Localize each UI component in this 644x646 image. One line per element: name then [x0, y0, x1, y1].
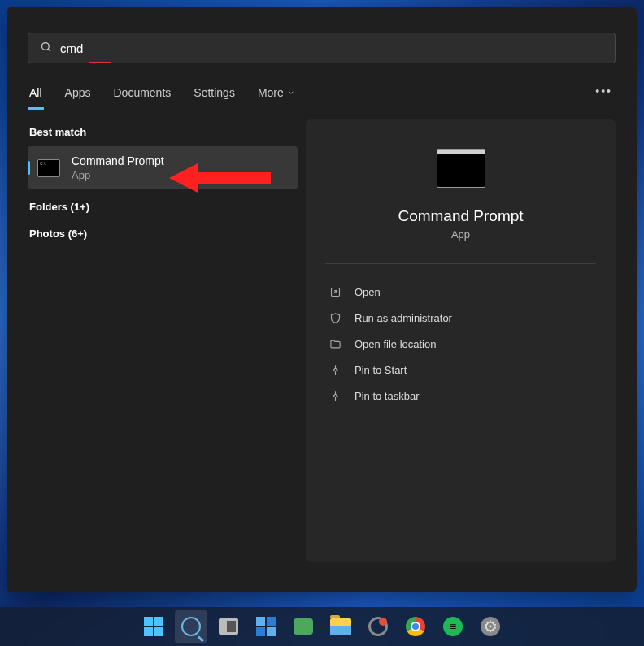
taskview-icon [219, 618, 238, 635]
group-folders[interactable]: Folders (1+) [28, 189, 298, 216]
tab-apps[interactable]: Apps [63, 78, 93, 110]
action-run-admin[interactable]: Run as administrator [325, 305, 596, 331]
svg-line-1 [48, 49, 50, 51]
taskbar-chrome[interactable] [399, 610, 432, 643]
action-pin-start[interactable]: Pin to Start [325, 357, 596, 383]
divider [325, 263, 596, 264]
result-title: Command Prompt [72, 154, 164, 167]
pin-icon [329, 363, 342, 376]
group-photos[interactable]: Photos (6+) [28, 216, 298, 243]
search-panel: All Apps Documents Settings More ••• Bes… [7, 7, 637, 592]
spotify-icon [443, 617, 463, 636]
taskbar-start[interactable] [137, 610, 170, 643]
search-highlight-underline [89, 62, 111, 63]
result-command-prompt[interactable]: Command Prompt App [28, 146, 298, 189]
preview-title: Command Prompt [398, 207, 523, 225]
tab-more-label: More [258, 86, 284, 99]
preview-app-icon [437, 149, 485, 188]
action-pin-taskbar[interactable]: Pin to taskbar [325, 383, 596, 409]
open-icon [329, 285, 342, 298]
taskbar-widgets[interactable] [250, 610, 282, 643]
action-label: Open [355, 286, 381, 298]
action-label: Run as administrator [355, 312, 452, 324]
search-icon [181, 617, 201, 636]
filter-tabs: All Apps Documents Settings More ••• [7, 68, 637, 110]
search-icon [40, 41, 52, 55]
folder-icon [330, 618, 351, 635]
action-open[interactable]: Open [325, 279, 596, 305]
taskbar-settings[interactable] [474, 610, 507, 643]
preview-subtitle: App [451, 228, 470, 241]
widgets-icon [256, 617, 276, 636]
tab-all[interactable]: All [28, 78, 44, 110]
results-list: Best match Command Prompt App Folders (1… [28, 119, 298, 562]
taskbar-explorer[interactable] [324, 610, 357, 643]
action-label: Open file location [355, 338, 436, 350]
taskbar [0, 607, 644, 646]
tab-more[interactable]: More [256, 78, 297, 110]
result-subtitle: App [72, 169, 164, 181]
tab-settings[interactable]: Settings [192, 78, 237, 110]
chevron-down-icon [287, 89, 295, 97]
folder-icon [329, 337, 342, 350]
tab-documents[interactable]: Documents [111, 78, 172, 110]
taskbar-taskview[interactable] [212, 610, 245, 643]
search-input[interactable] [60, 41, 603, 55]
taskbar-app[interactable] [362, 610, 394, 643]
action-label: Pin to taskbar [355, 390, 420, 402]
command-prompt-icon [37, 159, 60, 177]
search-bar[interactable] [28, 33, 616, 63]
taskbar-chat[interactable] [287, 610, 320, 643]
best-match-label: Best match [28, 119, 298, 146]
pin-icon [329, 389, 342, 402]
chat-icon [294, 618, 313, 635]
search-bar-container [7, 7, 637, 68]
result-text: Command Prompt App [72, 154, 164, 181]
gear-icon [481, 617, 500, 636]
overflow-menu-icon[interactable]: ••• [595, 85, 612, 98]
app-icon [368, 617, 388, 636]
taskbar-search[interactable] [175, 610, 207, 643]
chrome-icon [406, 617, 425, 636]
action-label: Pin to Start [355, 364, 407, 376]
preview-pane: Command Prompt App Open Run as administr… [306, 119, 616, 562]
shield-icon [329, 311, 342, 324]
results-area: Best match Command Prompt App Folders (1… [7, 110, 637, 582]
action-open-location[interactable]: Open file location [325, 331, 596, 357]
windows-logo-icon [144, 617, 163, 636]
svg-point-0 [42, 43, 50, 50]
taskbar-spotify[interactable] [437, 610, 469, 643]
